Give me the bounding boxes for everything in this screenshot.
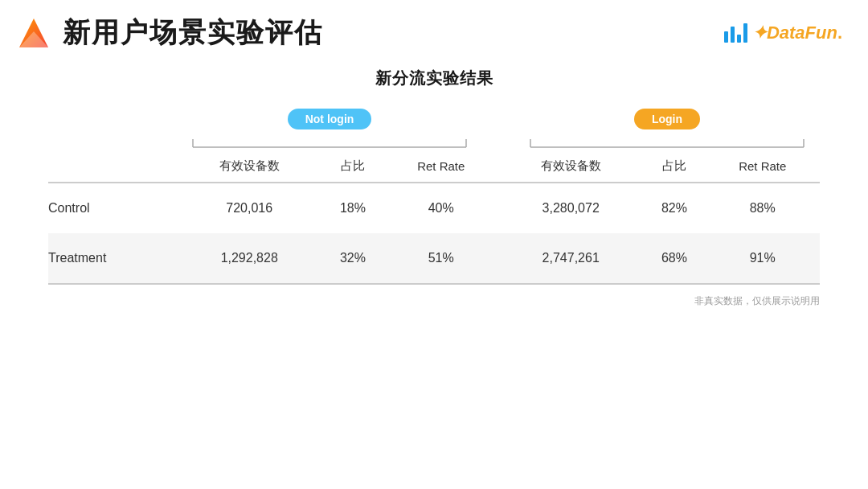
cell-devices2: 3,280,072 — [498, 183, 643, 233]
col-header-devices2: 有效设备数 — [498, 150, 643, 183]
cell-ratio2: 68% — [643, 233, 705, 284]
triangle-logo-icon — [16, 15, 51, 51]
cell-devices1: 1,292,828 — [177, 233, 321, 284]
datafun-bars-icon — [724, 23, 747, 43]
table-header-row: 有效设备数 占比 Ret Rate 有效设备数 占比 Ret Rate — [48, 150, 820, 183]
cell-devices1: 720,016 — [177, 183, 321, 233]
col-header-ret1: Ret Rate — [384, 150, 498, 183]
cell-devices2: 2,747,261 — [498, 233, 643, 284]
row-label-cell: Treatment — [48, 233, 177, 284]
login-label: Login — [634, 109, 700, 129]
row-label-cell: Control — [48, 183, 177, 233]
not-login-bracket-svg — [177, 133, 482, 149]
experiment-table: 有效设备数 占比 Ret Rate 有效设备数 占比 Ret Rate Cont… — [48, 150, 820, 285]
table-row: Treatment1,292,82832%51%2,747,26168%91% — [48, 233, 820, 284]
not-login-label: Not login — [288, 109, 372, 129]
section-title: 新分流实验结果 — [48, 68, 820, 89]
main-content: 新分流实验结果 Not login Login — [0, 60, 868, 324]
bracket-spacer — [482, 109, 514, 149]
cell-ratio1: 32% — [321, 233, 383, 284]
col-header-label — [48, 150, 177, 183]
group1-bracket: Not login — [177, 109, 482, 149]
header: 新用户场景实验评估 ✦DataFun. — [0, 0, 868, 60]
table-row: Control720,01618%40%3,280,07282%88% — [48, 183, 820, 233]
brackets-container: Not login Login — [48, 109, 820, 149]
footnote: 非真实数据，仅供展示说明用 — [48, 294, 820, 308]
col-header-ratio2: 占比 — [643, 150, 705, 183]
cell-ratio1: 18% — [321, 183, 383, 233]
page-title: 新用户场景实验评估 — [63, 14, 323, 51]
datafun-brand-text: ✦DataFun. — [752, 23, 842, 43]
header-left: 新用户场景实验评估 — [16, 14, 323, 51]
group2-bracket: Login — [514, 109, 820, 149]
cell-ret1: 40% — [384, 183, 498, 233]
col-header-ratio1: 占比 — [321, 150, 383, 183]
col-header-ret2: Ret Rate — [705, 150, 820, 183]
cell-ret2: 88% — [705, 183, 820, 233]
login-bracket-svg — [514, 133, 820, 149]
cell-ret1: 51% — [384, 233, 498, 284]
brand-area: ✦DataFun. — [724, 23, 842, 43]
col-header-devices1: 有效设备数 — [177, 150, 321, 183]
cell-ratio2: 82% — [643, 183, 705, 233]
cell-ret2: 91% — [705, 233, 820, 284]
